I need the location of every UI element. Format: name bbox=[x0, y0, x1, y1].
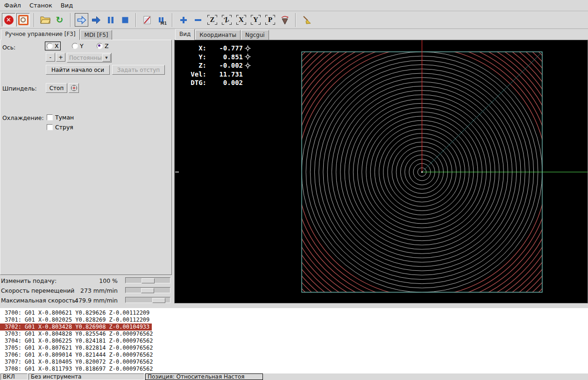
gcode-line[interactable]: 3707:G01 X-0.810405 Y0.820072 Z-0.000976… bbox=[0, 359, 156, 366]
linuxcnc-axis-window: Файл Станок Вид ✕ ↻ bbox=[0, 0, 588, 380]
stop-button[interactable] bbox=[118, 13, 132, 27]
toolpath-preview[interactable]: X: -0.777 Y: 0.851 Z: -0.002 Vel: 11.731 bbox=[174, 40, 588, 303]
radio-label: X bbox=[55, 42, 59, 49]
toggle-skip-lines-button[interactable] bbox=[140, 13, 154, 27]
rotate-view-button[interactable] bbox=[278, 13, 291, 27]
checkbox-icon bbox=[47, 124, 53, 130]
status-tool: Без инструмента bbox=[28, 373, 144, 380]
gcode-line[interactable]: 3705:G01 X-0.807621 Y0.822814 Z-0.000976… bbox=[0, 345, 156, 352]
dro-row-dtg: DTG: 0.002 bbox=[184, 78, 251, 87]
home-axis-button[interactable]: Найти начало оси bbox=[46, 65, 110, 75]
stop-icon bbox=[121, 16, 129, 24]
gcode-line-number: 3707: bbox=[0, 359, 21, 366]
estop-button[interactable]: ✕ bbox=[2, 13, 15, 27]
menu-view[interactable]: Вид bbox=[57, 0, 77, 10]
view-rotated-top-button[interactable]: Z bbox=[220, 13, 234, 27]
gcode-line[interactable]: 3700:G01 X-0.800621 Y0.829626 Z-0.001122… bbox=[0, 310, 152, 317]
open-folder-icon bbox=[40, 16, 50, 24]
chevron-down-icon[interactable]: ▼ bbox=[102, 54, 111, 62]
toolpath-rings bbox=[255, 40, 588, 303]
run-from-line-button[interactable] bbox=[89, 13, 103, 27]
reload-file-button[interactable]: ↻ bbox=[53, 13, 66, 27]
tab-ngcgui[interactable]: Ngcgui bbox=[241, 30, 269, 40]
feed-override-value: 100 % bbox=[99, 277, 118, 284]
gcode-line[interactable]: 3703:G01 X-0.804828 Y0.825546 Z-0.000976… bbox=[0, 331, 156, 338]
slider-handle[interactable] bbox=[141, 288, 154, 293]
optional-pause-label: M1 bbox=[160, 21, 167, 26]
view-perspective-button[interactable]: P bbox=[263, 13, 277, 27]
toolbar-separator bbox=[70, 13, 71, 27]
toolbar-separator bbox=[295, 13, 296, 27]
status-position: Позиция: Относительная Настоя bbox=[145, 373, 263, 380]
menu-file[interactable]: Файл bbox=[0, 0, 25, 10]
zoom-in-button[interactable] bbox=[177, 13, 190, 27]
dro-label: DTG: bbox=[184, 78, 206, 87]
view-side-button[interactable]: Y bbox=[249, 13, 262, 27]
estop-icon: ✕ bbox=[4, 15, 14, 25]
gcode-line-number: 3704: bbox=[0, 338, 21, 345]
power-icon bbox=[18, 15, 28, 25]
radio-label: Y bbox=[80, 42, 84, 49]
view-letter: Y bbox=[253, 16, 258, 24]
tab-dro[interactable]: Координаты bbox=[195, 30, 241, 40]
run-program-button[interactable] bbox=[75, 13, 88, 27]
view-front-button[interactable]: X bbox=[234, 13, 248, 27]
optional-pause-button[interactable]: M1 bbox=[155, 13, 168, 27]
spindle-stop-button[interactable]: Стоп bbox=[46, 83, 67, 93]
axis-radio-y[interactable]: Y bbox=[71, 42, 85, 50]
toolbar-separator bbox=[172, 13, 173, 27]
gcode-line[interactable]: 3708:G01 X-0.811793 Y0.818697 Z-0.000976… bbox=[0, 366, 156, 373]
dro-value: -0.777 bbox=[206, 44, 243, 53]
machine-power-button[interactable] bbox=[16, 13, 30, 27]
gcode-listing[interactable]: 3700:G01 X-0.800621 Y0.829626 Z-0.001122… bbox=[0, 308, 588, 373]
jog-speed-slider[interactable] bbox=[125, 287, 170, 293]
flood-checkbox[interactable]: Струя bbox=[47, 124, 73, 131]
gcode-line[interactable]: 3706:G01 X-0.809014 Y0.821444 Z-0.000976… bbox=[0, 352, 156, 359]
menu-machine[interactable]: Станок bbox=[25, 0, 57, 10]
dro-value: 11.731 bbox=[206, 70, 243, 79]
jog-plus-button[interactable]: + bbox=[56, 53, 65, 62]
homed-icon bbox=[245, 63, 251, 69]
tab-manual-control[interactable]: Ручное управление [F3] bbox=[1, 29, 80, 40]
touch-off-button[interactable]: Задать отступ bbox=[112, 65, 165, 75]
gcode-line-number: 3700: bbox=[0, 310, 21, 317]
jog-minus-button[interactable]: - bbox=[46, 53, 55, 62]
checkbox-icon bbox=[47, 114, 53, 120]
axis-radio-z[interactable]: Z bbox=[95, 42, 110, 50]
feed-override-slider[interactable] bbox=[125, 277, 170, 283]
jog-speed-row: Скорость перемещений 273 mm/min bbox=[0, 287, 174, 294]
spindle-label: Шпиндель: bbox=[2, 85, 37, 92]
tab-mdi[interactable]: MDI [F5] bbox=[80, 30, 113, 40]
spindle-brake-button[interactable] bbox=[69, 83, 79, 93]
gcode-line-number: 3701: bbox=[0, 317, 21, 324]
gcode-line[interactable]: 3701:G01 X-0.802025 Y0.828269 Z-0.001122… bbox=[0, 317, 152, 324]
zoom-out-icon bbox=[194, 16, 202, 24]
gcode-line-number: 3708: bbox=[0, 366, 21, 373]
tab-preview[interactable]: Вид bbox=[175, 29, 195, 40]
status-bar: ВКЛ Без инструмента Позиция: Относительн… bbox=[0, 373, 588, 380]
slider-handle[interactable] bbox=[152, 298, 165, 303]
pause-button[interactable] bbox=[104, 13, 117, 27]
jog-increment-select[interactable]: Постоянный ▼ bbox=[67, 53, 112, 63]
axis-radio-x[interactable]: X bbox=[45, 42, 60, 50]
gcode-line-text: G01 X-0.804828 Y0.825546 Z-0.000976562 bbox=[25, 331, 153, 338]
radio-icon bbox=[72, 43, 78, 49]
zoom-out-button[interactable] bbox=[191, 13, 205, 27]
max-velocity-value: 479.9 mm/min bbox=[75, 297, 118, 304]
open-file-button[interactable] bbox=[38, 13, 52, 27]
gcode-line[interactable]: 3704:G01 X-0.806225 Y0.824181 Z-0.000976… bbox=[0, 338, 156, 345]
view-letter: Z bbox=[223, 15, 230, 25]
gcode-line-text: G01 X-0.810405 Y0.820072 Z-0.000976562 bbox=[25, 359, 153, 366]
control-panel: Ручное управление [F3] MDI [F5] Ось: X Y… bbox=[0, 29, 174, 308]
view-top-button[interactable]: Z bbox=[205, 13, 219, 27]
max-velocity-slider[interactable] bbox=[125, 297, 170, 303]
mist-checkbox[interactable]: Туман bbox=[47, 114, 74, 121]
gcode-line[interactable]: 3702:G01 X-0.803428 Y0.826908 Z-0.001049… bbox=[0, 324, 152, 331]
gcode-line-text: G01 X-0.800621 Y0.829626 Z-0.00112209 bbox=[25, 310, 149, 317]
gcode-line-text: G01 X-0.806225 Y0.824181 Z-0.000976562 bbox=[25, 338, 153, 345]
plot-center-dot bbox=[421, 171, 423, 173]
pause-icon bbox=[106, 16, 115, 24]
slider-handle[interactable] bbox=[142, 278, 155, 283]
clear-plot-button[interactable] bbox=[300, 13, 313, 27]
dro-label: Z: bbox=[184, 61, 206, 70]
